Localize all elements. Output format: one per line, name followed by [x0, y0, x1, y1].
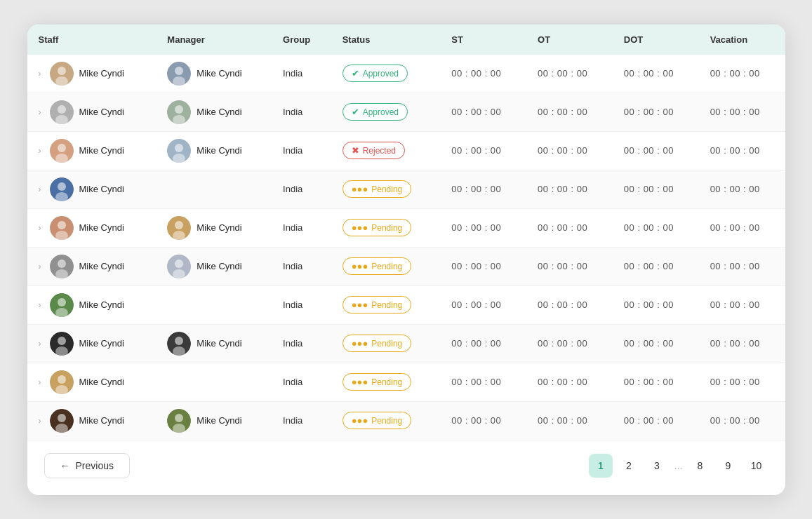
vacation-cell-value: 00 : 00 : 00 — [710, 107, 760, 117]
ot-cell: 00 : 00 : 00 — [526, 93, 613, 131]
col-header-st: ST — [440, 25, 526, 55]
group-value: India — [283, 222, 302, 233]
dot-cell-value: 00 : 00 : 00 — [624, 222, 674, 233]
st-cell: 00 : 00 : 00 — [440, 285, 526, 324]
status-label: Pending — [371, 184, 402, 194]
manager-avatar — [167, 216, 191, 240]
ot-cell: 00 : 00 : 00 — [526, 401, 613, 440]
status-label: Pending — [371, 262, 402, 271]
row-expand-chevron[interactable]: › — [39, 300, 41, 310]
row-expand-chevron[interactable]: › — [39, 416, 41, 426]
status-badge: ✔ Approved — [342, 65, 408, 82]
status-label: Pending — [371, 300, 402, 310]
dot-cell: 00 : 00 : 00 — [613, 401, 699, 440]
previous-button[interactable]: ← Previous — [44, 453, 130, 478]
row-expand-chevron[interactable]: › — [39, 146, 41, 156]
dot-cell-value: 00 : 00 : 00 — [624, 299, 674, 310]
svg-point-25 — [175, 221, 183, 229]
svg-point-31 — [175, 260, 183, 268]
row-expand-chevron[interactable]: › — [39, 107, 41, 117]
status-badge: ●●● Pending — [342, 412, 412, 429]
ot-cell-value: 00 : 00 : 00 — [538, 261, 587, 271]
staff-avatar — [50, 216, 74, 240]
manager-cell: Mike Cyndi — [156, 208, 272, 247]
st-cell: 00 : 00 : 00 — [440, 131, 526, 170]
status-cell: ●●● Pending — [331, 208, 441, 247]
pending-icon: ●●● — [352, 377, 368, 387]
manager-cell: Mike Cyndi — [156, 324, 272, 363]
page-button-8[interactable]: 8 — [688, 454, 712, 478]
page-button-9[interactable]: 9 — [717, 454, 740, 478]
dot-cell: 00 : 00 : 00 — [613, 131, 699, 170]
svg-point-22 — [58, 221, 66, 229]
staff-cell: › Mike Cyndi — [27, 324, 157, 363]
page-button-10[interactable]: 10 — [745, 454, 768, 478]
staff-avatar — [50, 139, 74, 163]
row-expand-chevron[interactable]: › — [39, 377, 41, 387]
manager-cell — [156, 285, 272, 324]
manager-avatar — [167, 332, 191, 356]
manager-name: Mike Cyndi — [197, 261, 241, 271]
manager-avatar — [167, 62, 191, 86]
ot-cell: 00 : 00 : 00 — [526, 131, 613, 170]
status-label: Pending — [371, 377, 402, 387]
staff-avatar — [50, 332, 74, 356]
group-value: India — [283, 415, 302, 426]
ot-cell: 00 : 00 : 00 — [526, 285, 613, 324]
dot-cell: 00 : 00 : 00 — [613, 55, 699, 93]
status-badge: ●●● Pending — [342, 180, 412, 198]
row-expand-chevron[interactable]: › — [39, 339, 41, 349]
group-cell: India — [272, 55, 331, 93]
dot-cell-value: 00 : 00 : 00 — [624, 377, 674, 387]
staff-cell: › Mike Cyndi — [27, 55, 157, 93]
st-cell-value: 00 : 00 : 00 — [451, 261, 501, 271]
ot-cell: 00 : 00 : 00 — [526, 208, 613, 247]
vacation-cell-value: 00 : 00 : 00 — [710, 184, 760, 194]
status-badge: ✔ Approved — [342, 103, 408, 121]
row-expand-chevron[interactable]: › — [39, 184, 41, 194]
manager-cell: Mike Cyndi — [156, 401, 272, 440]
status-cell: ●●● Pending — [331, 285, 441, 324]
row-expand-chevron[interactable]: › — [39, 262, 41, 271]
status-cell: ●●● Pending — [331, 247, 441, 285]
pending-icon: ●●● — [352, 184, 368, 194]
st-cell-value: 00 : 00 : 00 — [451, 415, 501, 426]
st-cell-value: 00 : 00 : 00 — [451, 299, 501, 310]
ot-cell: 00 : 00 : 00 — [526, 363, 613, 401]
st-cell-value: 00 : 00 : 00 — [451, 338, 501, 349]
dot-cell: 00 : 00 : 00 — [613, 170, 699, 208]
row-expand-chevron[interactable]: › — [39, 69, 41, 79]
ot-cell: 00 : 00 : 00 — [526, 55, 613, 93]
staff-avatar — [50, 177, 74, 201]
page-button-2[interactable]: 2 — [617, 454, 641, 478]
st-cell: 00 : 00 : 00 — [440, 170, 526, 208]
dot-cell-value: 00 : 00 : 00 — [624, 415, 674, 426]
svg-point-1 — [58, 67, 66, 75]
staff-avatar — [50, 255, 74, 278]
staff-cell: › Mike Cyndi — [27, 247, 157, 285]
table-row: › Mike Cyndi Mike Cyndi India ✔ Approved… — [27, 55, 785, 93]
row-expand-chevron[interactable]: › — [39, 223, 41, 233]
st-cell-value: 00 : 00 : 00 — [451, 107, 501, 117]
svg-point-46 — [58, 414, 66, 422]
manager-name: Mike Cyndi — [197, 338, 241, 349]
page-button-1[interactable]: 1 — [589, 454, 613, 478]
status-badge: ✖ Rejected — [342, 142, 405, 159]
staff-avatar — [50, 62, 74, 86]
manager-name: Mike Cyndi — [197, 145, 241, 156]
staff-cell: › Mike Cyndi — [27, 363, 157, 401]
group-cell: India — [272, 131, 331, 170]
manager-cell — [156, 363, 272, 401]
st-cell: 00 : 00 : 00 — [440, 247, 526, 285]
svg-point-13 — [58, 144, 66, 152]
ot-cell-value: 00 : 00 : 00 — [538, 68, 587, 79]
vacation-cell-value: 00 : 00 : 00 — [710, 222, 760, 233]
st-cell: 00 : 00 : 00 — [440, 93, 526, 131]
dot-cell: 00 : 00 : 00 — [613, 208, 699, 247]
ot-cell-value: 00 : 00 : 00 — [538, 107, 587, 117]
vacation-cell: 00 : 00 : 00 — [699, 401, 785, 440]
status-label: Approved — [363, 69, 399, 79]
group-value: India — [283, 184, 302, 194]
page-button-3[interactable]: 3 — [645, 454, 669, 478]
main-card: Staff Manager Group Status ST OT DOT Vac… — [27, 25, 785, 495]
